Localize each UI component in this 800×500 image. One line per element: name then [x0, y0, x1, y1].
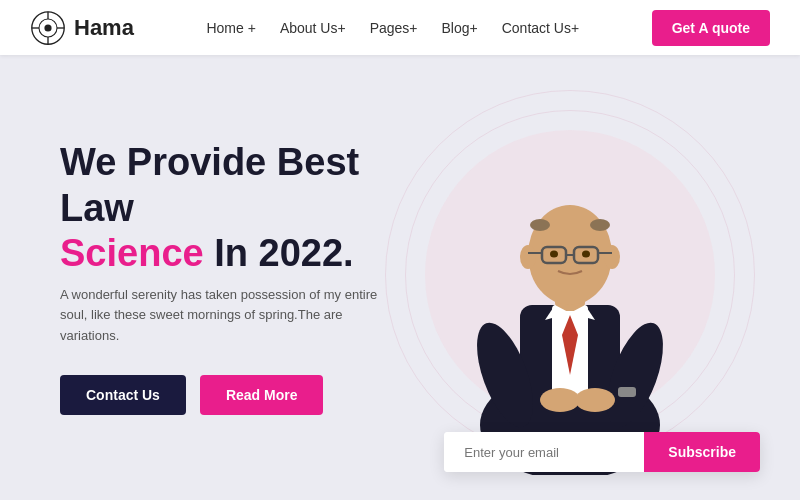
logo-icon	[30, 10, 66, 46]
read-more-button[interactable]: Read More	[200, 375, 324, 415]
email-input[interactable]	[444, 432, 644, 472]
get-quote-button[interactable]: Get A quote	[652, 10, 770, 46]
hero-description: A wonderful serenity has taken possessio…	[60, 285, 400, 347]
hero-section: We Provide Best Law Science In 2022. A w…	[0, 55, 800, 500]
hero-content: We Provide Best Law Science In 2022. A w…	[0, 140, 460, 415]
hero-title-accent: Science	[60, 232, 204, 274]
svg-point-24	[550, 251, 558, 258]
hero-title-line1: We Provide Best Law	[60, 141, 359, 229]
svg-point-25	[582, 251, 590, 258]
hero-image-area	[400, 75, 740, 475]
logo-text: Hama	[74, 15, 134, 41]
nav-menu: Home + About Us+ Pages+ Blog+ Contact Us…	[206, 19, 579, 37]
person-image	[440, 135, 700, 475]
svg-point-2	[44, 24, 51, 31]
logo[interactable]: Hama	[30, 10, 134, 46]
contact-us-button[interactable]: Contact Us	[60, 375, 186, 415]
subscribe-button[interactable]: Subscribe	[644, 432, 760, 472]
svg-rect-30	[618, 387, 636, 397]
navbar: Hama Home + About Us+ Pages+ Blog+ Conta…	[0, 0, 800, 55]
svg-point-14	[575, 388, 615, 412]
nav-item-contact[interactable]: Contact Us+	[502, 20, 579, 36]
nav-item-home[interactable]: Home +	[206, 20, 255, 36]
svg-point-13	[540, 388, 580, 412]
svg-point-18	[604, 245, 620, 269]
svg-point-26	[530, 219, 550, 231]
hero-buttons: Contact Us Read More	[60, 375, 400, 415]
nav-item-blog[interactable]: Blog+	[442, 20, 478, 36]
nav-item-about[interactable]: About Us+	[280, 20, 346, 36]
hero-title-line2: In 2022.	[204, 232, 354, 274]
svg-point-27	[590, 219, 610, 231]
subscribe-bar: Subscribe	[444, 432, 760, 472]
nav-item-pages[interactable]: Pages+	[370, 20, 418, 36]
svg-point-17	[520, 245, 536, 269]
hero-title: We Provide Best Law Science In 2022.	[60, 140, 400, 277]
